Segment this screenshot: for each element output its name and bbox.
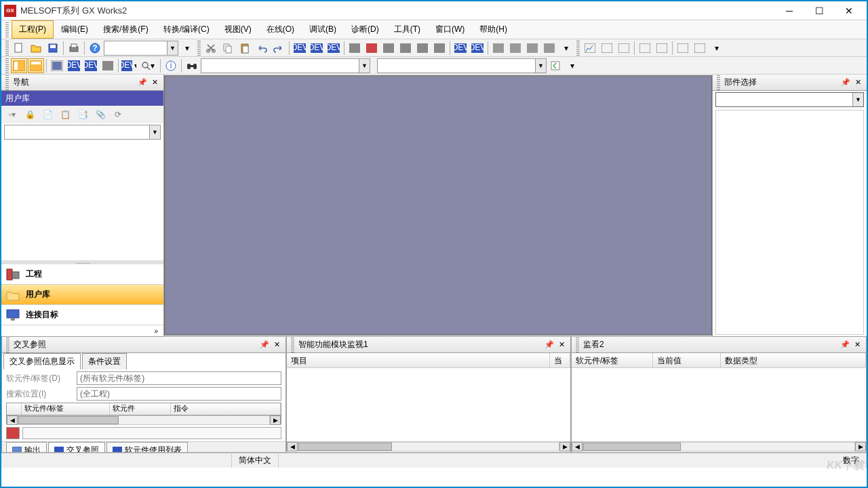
- tool-icon[interactable]: [347, 41, 363, 56]
- tool-icon[interactable]: [490, 41, 507, 56]
- grid-col[interactable]: 当前值: [653, 353, 721, 367]
- nav-tool-icon[interactable]: 🔒: [22, 108, 38, 121]
- tab-xref[interactable]: 交叉参照: [48, 442, 105, 452]
- xref-col[interactable]: 软元件/标签: [22, 403, 110, 415]
- filter-input[interactable]: [22, 427, 281, 439]
- menu-search[interactable]: 搜索/替换(F): [96, 20, 156, 39]
- scrollbar[interactable]: [18, 415, 270, 425]
- tool-icon[interactable]: [397, 41, 414, 56]
- menu-tools[interactable]: 工具(T): [387, 20, 428, 39]
- tool-icon[interactable]: [363, 41, 380, 56]
- nav-tool-icon[interactable]: 📋: [57, 108, 73, 121]
- tab-output[interactable]: 输出: [6, 442, 47, 452]
- grid-col[interactable]: 项目: [287, 353, 550, 367]
- chevron-down-icon[interactable]: ▼: [359, 59, 370, 73]
- xref-device-input[interactable]: [77, 371, 281, 385]
- menu-view[interactable]: 视图(V): [217, 20, 259, 39]
- chart-icon[interactable]: [582, 41, 598, 56]
- tool-icon[interactable]: [507, 41, 524, 56]
- grid-col[interactable]: 软元件/标签: [572, 353, 653, 367]
- search-dropdown-icon[interactable]: ▾: [138, 58, 158, 73]
- scroll-left-icon[interactable]: ◀: [572, 442, 583, 451]
- chart-icon[interactable]: [637, 41, 653, 56]
- close-button[interactable]: ✕: [834, 3, 864, 18]
- chart-icon[interactable]: [675, 41, 691, 56]
- scroll-left-icon[interactable]: ◀: [287, 442, 298, 451]
- nav-combo[interactable]: ▼: [4, 125, 161, 140]
- cut-icon[interactable]: [203, 41, 219, 56]
- chart-icon[interactable]: [692, 41, 708, 56]
- close-icon[interactable]: ✕: [851, 339, 863, 351]
- dev-icon[interactable]: DEV: [452, 41, 469, 56]
- pin-icon[interactable]: 📌: [136, 77, 149, 89]
- pin-icon[interactable]: 📌: [839, 339, 851, 351]
- scroll-right-icon[interactable]: ▶: [855, 442, 866, 451]
- watch-grid[interactable]: [572, 368, 866, 441]
- close-icon[interactable]: ✕: [271, 339, 283, 351]
- parts-tree[interactable]: [715, 110, 864, 335]
- nav-tool-icon[interactable]: ▫▾: [4, 108, 20, 121]
- parts-combo[interactable]: ▼: [715, 92, 864, 107]
- view-icon[interactable]: [11, 58, 27, 73]
- scroll-right-icon[interactable]: ▶: [559, 442, 570, 451]
- nav-tree[interactable]: [1, 141, 163, 260]
- grid-col[interactable]: 当: [550, 353, 570, 367]
- filter-icon[interactable]: [6, 427, 20, 439]
- close-icon[interactable]: ✕: [555, 339, 568, 351]
- chart-icon[interactable]: [654, 41, 670, 56]
- menu-project[interactable]: 工程(P): [12, 20, 54, 39]
- xref-search-input[interactable]: [77, 387, 281, 401]
- scroll-right-icon[interactable]: ▶: [270, 415, 281, 425]
- dev-icon[interactable]: DEV: [469, 41, 486, 56]
- tool-btn[interactable]: ▾: [179, 41, 195, 56]
- nav-tool-icon[interactable]: 📎: [92, 108, 108, 121]
- view-icon[interactable]: [28, 58, 44, 73]
- tool-icon[interactable]: [541, 41, 557, 56]
- dev-dropdown-icon[interactable]: DEV▾: [121, 58, 137, 73]
- monitor-grid[interactable]: [287, 368, 570, 441]
- dev-icon[interactable]: DEV: [292, 41, 308, 56]
- dev-icon[interactable]: DEV: [326, 41, 342, 56]
- menu-edit[interactable]: 编辑(E): [54, 20, 96, 39]
- tab-devlist[interactable]: 软元件使用列表: [106, 442, 188, 452]
- layout-icon[interactable]: [49, 58, 65, 73]
- nav-tool-icon[interactable]: 📄: [39, 108, 56, 121]
- grid-col[interactable]: 数据类型: [721, 353, 866, 367]
- search-combo-2[interactable]: ▼: [377, 58, 547, 73]
- close-icon[interactable]: ✕: [149, 77, 161, 89]
- help-icon[interactable]: ?: [87, 41, 103, 56]
- copy-icon[interactable]: [220, 41, 236, 56]
- pin-icon[interactable]: 📌: [543, 339, 555, 351]
- chevron-down-icon[interactable]: ▼: [149, 125, 160, 139]
- menu-debug[interactable]: 调试(B): [302, 20, 344, 39]
- chart-icon[interactable]: [616, 41, 632, 56]
- search-combo-1[interactable]: ▼: [201, 58, 370, 73]
- toolbar-combo-1[interactable]: ▼: [104, 41, 178, 56]
- menu-diagnose[interactable]: 诊断(D): [344, 20, 387, 39]
- nav-cat-project[interactable]: 工程: [1, 264, 163, 285]
- chevron-down-icon[interactable]: ▼: [535, 59, 546, 73]
- pin-icon[interactable]: 📌: [258, 339, 271, 351]
- menu-compile[interactable]: 转换/编译(C): [156, 20, 217, 39]
- overflow-icon[interactable]: ▾: [709, 41, 725, 56]
- chevron-down-icon[interactable]: ▼: [167, 41, 178, 55]
- pin-icon[interactable]: 📌: [840, 77, 852, 89]
- nav-cat-connect[interactable]: 连接目标: [1, 305, 163, 325]
- minimize-button[interactable]: ─: [774, 3, 804, 18]
- tool-icon[interactable]: [431, 41, 448, 56]
- close-icon[interactable]: ✕: [852, 77, 864, 89]
- chart-icon[interactable]: [599, 41, 615, 56]
- go-icon[interactable]: [547, 58, 564, 73]
- menu-online[interactable]: 在线(O): [259, 20, 302, 39]
- info-icon[interactable]: i: [163, 58, 179, 73]
- dev-icon[interactable]: DEV: [309, 41, 325, 56]
- nav-tool-icon[interactable]: ⟳: [110, 108, 126, 121]
- new-icon[interactable]: [11, 41, 27, 56]
- dev-icon[interactable]: DEV: [83, 58, 99, 73]
- maximize-button[interactable]: ☐: [804, 3, 834, 18]
- tool-icon[interactable]: [524, 41, 540, 56]
- scroll-left-icon[interactable]: ◀: [7, 415, 18, 425]
- xref-col[interactable]: 软元件: [110, 403, 171, 415]
- overflow-icon[interactable]: ▾: [564, 58, 580, 73]
- tool-icon[interactable]: [414, 41, 431, 56]
